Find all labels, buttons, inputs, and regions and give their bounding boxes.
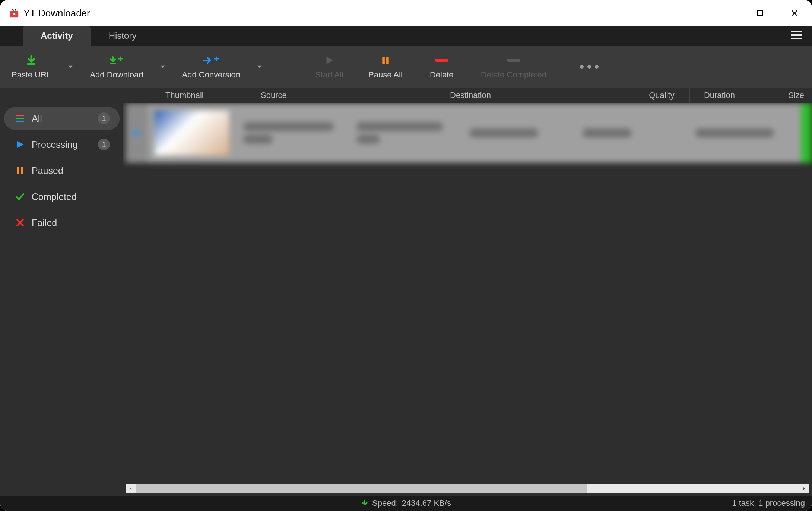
menu-button[interactable] [789,28,803,44]
add-conversion-button[interactable]: Add Conversion [171,46,252,88]
column-label: Size [788,91,804,100]
svg-marker-11 [69,66,73,68]
pause-icon [381,54,390,67]
maximize-button[interactable] [743,0,777,26]
svg-line-2 [12,9,13,11]
row-source [236,118,349,147]
paste-url-button[interactable]: Paste URL [0,46,62,88]
svg-rect-24 [21,167,23,174]
svg-marker-14 [327,57,333,64]
speed-label: Speed: [372,498,398,508]
window-controls [709,0,812,26]
column-destination[interactable]: Destination [445,88,634,103]
tab-label: Activity [41,31,73,41]
column-source[interactable]: Source [256,88,445,103]
svg-rect-5 [758,10,763,16]
download-row[interactable] [126,103,812,163]
column-duration[interactable]: Duration [689,88,749,103]
toolbar: Paste URL Add Download A [0,46,812,88]
svg-rect-17 [435,59,448,62]
scroll-track[interactable] [136,484,799,493]
sidebar-item-label: Completed [32,191,110,202]
tab-bar: Activity History [0,26,812,46]
row-duration [575,125,688,141]
column-header[interactable] [123,88,161,103]
row-destination [349,118,462,147]
svg-marker-27 [803,487,805,490]
main-body: All 1 Processing 1 Paused Compl [0,88,812,496]
add-download-dropdown[interactable] [155,46,171,88]
scroll-left-button[interactable] [126,484,136,493]
svg-marker-13 [257,66,261,68]
delete-icon [434,54,449,67]
tab-label: History [109,31,137,41]
svg-rect-15 [382,57,385,64]
sidebar-item-all[interactable]: All 1 [4,107,120,130]
close-button[interactable] [777,0,812,26]
add-download-button[interactable]: Add Download [79,46,154,88]
toolbar-label: Paste URL [12,70,51,80]
sidebar-item-completed[interactable]: Completed [4,185,120,208]
row-progress [801,103,812,163]
play-icon [324,54,335,67]
download-arrow-icon [361,499,368,507]
svg-rect-18 [507,59,520,62]
content-area: Thumbnail Source Destination Quality Dur… [123,88,812,496]
column-label: Destination [450,91,491,100]
pause-icon [15,166,26,175]
status-speed: Speed: 2434.67 KB/s [361,498,451,508]
column-headers: Thumbnail Source Destination Quality Dur… [123,88,812,103]
column-quality[interactable]: Quality [634,88,689,103]
paste-url-dropdown[interactable] [62,46,79,88]
column-thumbnail[interactable]: Thumbnail [161,88,256,103]
scroll-right-button[interactable] [799,484,809,493]
convert-icon [202,54,220,67]
list-icon [15,114,26,123]
app-window: YT Downloader Activity History [0,0,812,511]
toolbar-label: Add Conversion [182,70,241,80]
svg-marker-26 [130,487,131,490]
svg-marker-22 [17,141,24,148]
column-label: Duration [704,91,735,100]
column-size[interactable]: Size [749,88,812,103]
more-button[interactable] [558,46,621,88]
app-title: YT Downloader [23,7,90,19]
x-icon [15,218,26,227]
row-quality [462,125,575,141]
toolbar-label: Add Download [90,70,143,80]
badge: 1 [98,112,110,124]
start-all-button[interactable]: Start All [301,46,357,88]
sidebar-item-label: Paused [32,165,110,176]
sidebar-item-label: All [32,113,98,124]
tab-history[interactable]: History [91,26,155,46]
sidebar-item-paused[interactable]: Paused [4,159,120,182]
sidebar-item-failed[interactable]: Failed [4,211,120,234]
row-size [688,125,801,141]
app-icon [9,7,20,19]
row-handle [126,103,148,163]
badge: 1 [98,139,110,150]
play-icon [15,140,26,149]
column-label: Source [261,91,287,100]
delete-button[interactable]: Delete [414,46,470,88]
pause-all-button[interactable]: Pause All [357,46,414,88]
sidebar-item-label: Processing [32,139,98,150]
svg-rect-23 [17,167,19,174]
sidebar-item-label: Failed [32,218,110,228]
column-label: Quality [649,91,674,100]
svg-marker-12 [161,66,165,68]
status-bar: Speed: 2434.67 KB/s 1 task, 1 processing [0,496,812,511]
delete-completed-icon [506,54,521,67]
toolbar-label: Start All [315,70,343,80]
delete-completed-button[interactable]: Delete Completed [470,46,558,88]
add-conversion-dropdown[interactable] [251,46,268,88]
minimize-button[interactable] [709,0,743,26]
speed-value: 2434.67 KB/s [402,498,451,508]
scroll-thumb[interactable] [136,484,587,493]
column-label: Thumbnail [165,91,204,100]
horizontal-scrollbar[interactable] [126,484,809,493]
tab-activity[interactable]: Activity [23,26,91,46]
sidebar-item-processing[interactable]: Processing 1 [4,133,120,156]
toolbar-label: Pause All [368,70,403,80]
status-tasks: 1 task, 1 processing [732,498,805,508]
